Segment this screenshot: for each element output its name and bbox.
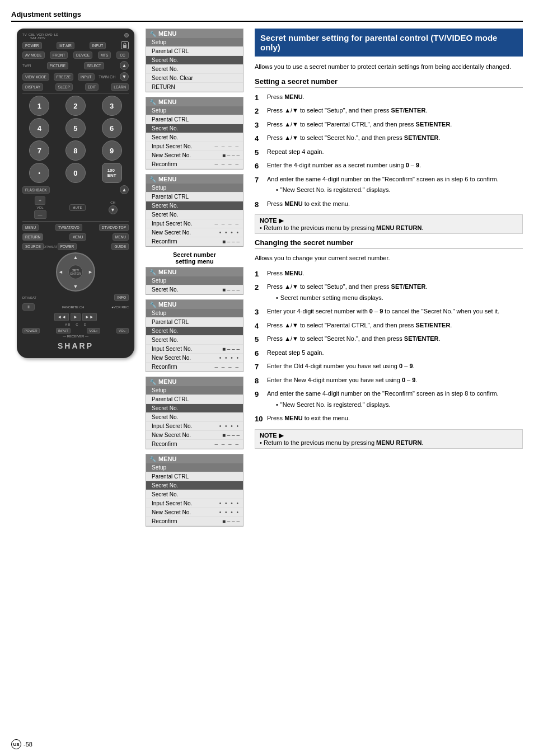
- nav-right-button[interactable]: ►: [88, 269, 93, 275]
- menu-button[interactable]: MENU: [22, 224, 39, 231]
- down-arrow-top[interactable]: ▼: [120, 72, 129, 81]
- av-mode-button[interactable]: AV MODE: [22, 51, 45, 59]
- menu-item-setup-4[interactable]: Setup: [146, 276, 243, 285]
- num-6-button[interactable]: 6: [102, 118, 122, 138]
- receiver-vol-plus-button[interactable]: VOL+: [87, 328, 100, 334]
- sleep-button[interactable]: SLEEP: [55, 83, 73, 91]
- power-button-2[interactable]: POWER: [58, 243, 77, 250]
- menu-item-setup-2[interactable]: Setup: [146, 106, 243, 115]
- menu-item-reconfirm-3[interactable]: Reconfirm■ – – –: [146, 237, 243, 246]
- num-7-button[interactable]: 7: [29, 140, 49, 161]
- pause-button[interactable]: II: [22, 303, 35, 311]
- menu-item-input-7[interactable]: Input Secret No.• • • •: [146, 499, 243, 508]
- menu-item-secret-no-7[interactable]: Secret No.: [146, 481, 243, 490]
- num-2-button[interactable]: 2: [65, 96, 86, 116]
- menu-item-setup-3[interactable]: Setup: [146, 184, 243, 192]
- menu-item-new-6[interactable]: New Secret No.■ – – –: [146, 431, 243, 440]
- menu-item-secret-no-3b[interactable]: Secret No.: [146, 210, 243, 219]
- num-3-button[interactable]: 3: [102, 96, 122, 116]
- menu-item-secret-no-1[interactable]: Secret No.: [146, 56, 243, 65]
- set-enter-button[interactable]: SET/ENTER: [68, 265, 83, 279]
- dot-button[interactable]: •: [29, 163, 49, 183]
- menu-item-secret-no-5[interactable]: Secret No.: [146, 327, 243, 336]
- menu-item-new-3[interactable]: New Secret No.• • • •: [146, 228, 243, 237]
- menu-item-setup-7[interactable]: Setup: [146, 463, 243, 472]
- flashback-button[interactable]: FLASHBACK: [22, 186, 50, 194]
- freeze-button[interactable]: FREEZE: [54, 73, 74, 81]
- menu-item-secret-no-3[interactable]: Secret No.: [146, 201, 243, 210]
- display-button[interactable]: DISPLAY: [22, 83, 43, 91]
- menu-item-parental-5[interactable]: Parental CTRL: [146, 318, 243, 327]
- menu-item-reconfirm-2[interactable]: Reconfirm– – – –: [146, 160, 243, 169]
- guide-button[interactable]: GUIDE: [111, 243, 129, 250]
- menu-item-new-7[interactable]: New Secret No.• • • •: [146, 508, 243, 517]
- nav-down-button[interactable]: ▼: [73, 284, 78, 289]
- menu-item-new-2[interactable]: New Secret No.■ – – –: [146, 151, 243, 160]
- ch-up-button[interactable]: ▲: [120, 185, 129, 194]
- mts-button[interactable]: MTS: [98, 51, 111, 59]
- cc-button[interactable]: CC: [116, 51, 129, 59]
- num-1-button[interactable]: 1: [29, 96, 49, 116]
- num-9-button[interactable]: 9: [102, 140, 122, 161]
- receiver-input-button[interactable]: INPUT: [56, 328, 71, 334]
- menu-item-secret-no-2[interactable]: Secret No.: [146, 124, 243, 133]
- menu-item-setup-5[interactable]: Setup: [146, 309, 243, 318]
- ch-down-button[interactable]: ▼: [109, 205, 118, 214]
- vol-plus-button[interactable]: +: [35, 196, 45, 205]
- menu-item-input-6[interactable]: Input Secret No.• • • •: [146, 422, 243, 431]
- select-button[interactable]: SELECT: [84, 62, 104, 69]
- menu-item-setup-6[interactable]: Setup: [146, 386, 243, 395]
- receiver-vol-minus-button[interactable]: VOL-: [116, 328, 129, 334]
- input-button-twin[interactable]: INPUT: [78, 73, 95, 81]
- front-button[interactable]: FRONT: [50, 51, 68, 59]
- nav-left-button[interactable]: ◄: [58, 269, 63, 275]
- menu-item-parental-7[interactable]: Parental CTRL: [146, 472, 243, 481]
- picture-button[interactable]: PICTURE: [47, 62, 69, 69]
- num-5-button[interactable]: 5: [65, 118, 86, 138]
- tv-sat-dvd-button[interactable]: TV/SAT/DVD: [55, 224, 82, 231]
- menu-item-secret-4[interactable]: Secret No.■ – – –: [146, 285, 243, 294]
- nav-up-button[interactable]: ▲: [73, 255, 78, 260]
- rewind-button[interactable]: ◄◄: [54, 313, 69, 321]
- learn-button[interactable]: LEARN: [111, 83, 129, 91]
- dtv-dvd-top-button[interactable]: DTV/DVD TOP: [99, 224, 129, 231]
- source-button[interactable]: SOURCE: [22, 243, 44, 250]
- info-button[interactable]: INFO: [114, 294, 129, 301]
- menu-item-secret-no-2b[interactable]: Secret No.: [146, 133, 243, 142]
- menu-item-secret-no-5b[interactable]: Secret No.: [146, 336, 243, 345]
- device-button[interactable]: DEVICE: [73, 51, 92, 59]
- menu-item-secret-no-6[interactable]: Secret No.: [146, 404, 243, 413]
- up-arrow-top[interactable]: ▲: [120, 61, 129, 70]
- menu-button-2[interactable]: MENU: [69, 233, 86, 241]
- menu-item-secret-no-6b[interactable]: Secret No.: [146, 413, 243, 422]
- menu-item-reconfirm-7[interactable]: Reconfirm■ – – –: [146, 517, 243, 526]
- menu-item-input-5[interactable]: Input Secret No.■ – – –: [146, 345, 243, 354]
- input-button-top[interactable]: INPUT: [90, 42, 106, 49]
- power-button[interactable]: POWER: [22, 42, 42, 49]
- view-mode-button[interactable]: VIEW MODE: [22, 73, 49, 81]
- menu-item-reconfirm-6[interactable]: Reconfirm– – – –: [146, 440, 243, 449]
- menu-button-3[interactable]: MENU: [113, 233, 129, 241]
- menu-item-input-3[interactable]: Input Secret No.– – – –: [146, 219, 243, 228]
- receiver-power-button[interactable]: POWER: [22, 328, 40, 334]
- vol-minus-button[interactable]: —: [34, 210, 46, 219]
- menu-item-setup-1[interactable]: Setup: [146, 38, 243, 47]
- mute-button[interactable]: MUTE: [69, 204, 86, 211]
- menu-item-new-5[interactable]: New Secret No.• • • •: [146, 354, 243, 363]
- menu-item-parental-1[interactable]: Parental CTRL: [146, 47, 243, 56]
- menu-item-return-1[interactable]: RETURN: [146, 83, 243, 92]
- num-8-button[interactable]: 8: [65, 140, 86, 161]
- mt-air-button[interactable]: MT AIR: [57, 42, 74, 49]
- menu-item-input-2[interactable]: Input Secret No.– – – –: [146, 142, 243, 151]
- menu-item-secret-clear-1[interactable]: Secret No. Clear: [146, 74, 243, 83]
- menu-item-parental-6[interactable]: Parental CTRL: [146, 395, 243, 404]
- play-button[interactable]: ►: [71, 313, 81, 321]
- menu-item-reconfirm-5[interactable]: Reconfirm– – – –: [146, 363, 243, 372]
- num-100-button[interactable]: 100ENT: [102, 163, 122, 183]
- menu-item-secret-no-1b[interactable]: Secret No.: [146, 65, 243, 74]
- return-button[interactable]: RETURN: [22, 233, 43, 241]
- menu-item-parental-2[interactable]: Parental CTRL: [146, 115, 243, 124]
- menu-item-secret-no-7b[interactable]: Secret No.: [146, 490, 243, 499]
- menu-item-parental-3[interactable]: Parental CTRL: [146, 192, 243, 201]
- num-4-button[interactable]: 4: [29, 118, 49, 138]
